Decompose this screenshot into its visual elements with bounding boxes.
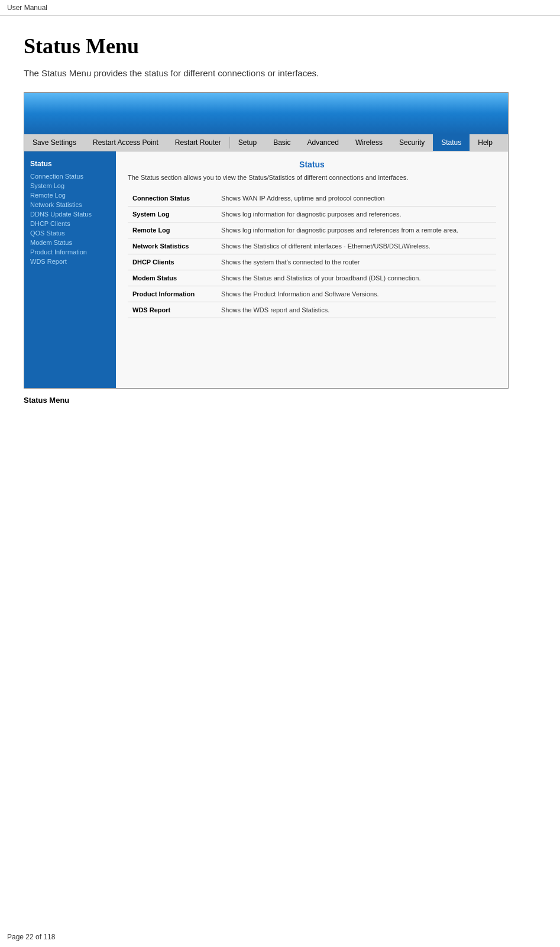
row-desc-2: Shows log information for diagnostic pur… bbox=[216, 222, 496, 238]
row-desc-5: Shows the Status and Statistics of your … bbox=[216, 270, 496, 286]
header-text: User Manual bbox=[7, 4, 47, 12]
table-row: Network Statistics Shows the Statistics … bbox=[128, 238, 496, 254]
sidebar-item-product-information[interactable]: Product Information bbox=[24, 247, 116, 257]
main-content: Status Menu The Status Menu provides the… bbox=[0, 16, 560, 428]
page-title: Status Menu bbox=[24, 34, 536, 59]
content-area: Status The Status section allows you to … bbox=[116, 151, 508, 388]
sidebar-item-remote-log[interactable]: Remote Log bbox=[24, 190, 116, 200]
row-label-0: Connection Status bbox=[128, 190, 216, 206]
router-body: Status Connection Status System Log Remo… bbox=[24, 151, 508, 388]
row-desc-3: Shows the Statistics of different interf… bbox=[216, 238, 496, 254]
sidebar-section-title: Status bbox=[24, 157, 116, 172]
content-description: The Status section allows you to view th… bbox=[128, 174, 496, 181]
router-nav: Save Settings Restart Access Point Resta… bbox=[24, 134, 508, 151]
table-row: Connection Status Shows WAN IP Address, … bbox=[128, 190, 496, 206]
row-desc-0: Shows WAN IP Address, uptime and protoco… bbox=[216, 190, 496, 206]
restart-router-button[interactable]: Restart Router bbox=[167, 134, 229, 151]
row-label-6: Product Information bbox=[128, 286, 216, 302]
router-header bbox=[24, 93, 508, 134]
page-header: User Manual bbox=[0, 0, 560, 16]
row-label-1: System Log bbox=[128, 206, 216, 222]
table-row: Modem Status Shows the Status and Statis… bbox=[128, 270, 496, 286]
table-row: DHCP Clients Shows the system that's con… bbox=[128, 254, 496, 270]
tab-basic[interactable]: Basic bbox=[265, 134, 299, 151]
page-footer: Page 22 of 118 bbox=[7, 933, 55, 941]
sidebar-item-system-log[interactable]: System Log bbox=[24, 181, 116, 190]
tab-advanced[interactable]: Advanced bbox=[299, 134, 347, 151]
status-table: Connection Status Shows WAN IP Address, … bbox=[128, 190, 496, 318]
sidebar-item-modem-status[interactable]: Modem Status bbox=[24, 238, 116, 247]
sidebar-item-dhcp-clients[interactable]: DHCP Clients bbox=[24, 219, 116, 228]
sidebar-item-ddns-update-status[interactable]: DDNS Update Status bbox=[24, 209, 116, 219]
row-label-3: Network Statistics bbox=[128, 238, 216, 254]
sidebar-item-network-statistics[interactable]: Network Statistics bbox=[24, 200, 116, 209]
row-label-4: DHCP Clients bbox=[128, 254, 216, 270]
row-desc-7: Shows the WDS report and Statistics. bbox=[216, 302, 496, 318]
sidebar-item-connection-status[interactable]: Connection Status bbox=[24, 172, 116, 181]
row-label-5: Modem Status bbox=[128, 270, 216, 286]
tab-setup[interactable]: Setup bbox=[230, 134, 265, 151]
caption: Status Menu bbox=[24, 396, 536, 405]
table-row: System Log Shows log information for dia… bbox=[128, 206, 496, 222]
tab-security[interactable]: Security bbox=[391, 134, 433, 151]
save-settings-button[interactable]: Save Settings bbox=[24, 134, 85, 151]
row-label-2: Remote Log bbox=[128, 222, 216, 238]
sidebar-item-wds-report[interactable]: WDS Report bbox=[24, 257, 116, 266]
sidebar: Status Connection Status System Log Remo… bbox=[24, 151, 116, 388]
row-desc-4: Shows the system that's connected to the… bbox=[216, 254, 496, 270]
table-row: WDS Report Shows the WDS report and Stat… bbox=[128, 302, 496, 318]
table-row: Remote Log Shows log information for dia… bbox=[128, 222, 496, 238]
router-ui: Save Settings Restart Access Point Resta… bbox=[24, 92, 509, 389]
table-row: Product Information Shows the Product In… bbox=[128, 286, 496, 302]
tab-status[interactable]: Status bbox=[433, 134, 470, 151]
tab-help[interactable]: Help bbox=[470, 134, 501, 151]
sidebar-item-qos-status[interactable]: QOS Status bbox=[24, 228, 116, 238]
row-desc-6: Shows the Product Information and Softwa… bbox=[216, 286, 496, 302]
restart-ap-button[interactable]: Restart Access Point bbox=[85, 134, 167, 151]
row-label-7: WDS Report bbox=[128, 302, 216, 318]
row-desc-1: Shows log information for diagnostic pur… bbox=[216, 206, 496, 222]
content-title: Status bbox=[128, 160, 496, 169]
page-subtitle: The Status Menu provides the status for … bbox=[24, 68, 536, 78]
footer-text: Page 22 of 118 bbox=[7, 933, 55, 941]
tab-wireless[interactable]: Wireless bbox=[347, 134, 391, 151]
